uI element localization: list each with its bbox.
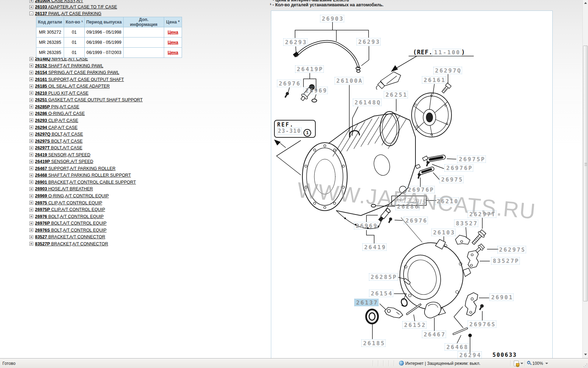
tree-item-link[interactable]: 26285P PIN,A/T CASE <box>35 104 79 109</box>
scroll-up-button[interactable] <box>583 0 588 6</box>
part-label-26161[interactable]: 26161 <box>422 76 446 84</box>
expand-icon[interactable]: + <box>29 166 33 170</box>
expand-icon[interactable]: + <box>29 208 33 212</box>
price-cell[interactable]: Цена <box>164 38 182 48</box>
tree-item-26467[interactable]: +26467 SUPPORT,A/T PARKING ROLLER <box>29 165 115 172</box>
part-label-26976[interactable]: 26976 <box>277 80 301 87</box>
part-label-26975P[interactable]: 26975P <box>457 156 486 163</box>
price-cell[interactable]: Цена <box>164 48 182 58</box>
tree-item-link[interactable]: 26297T BOLT,A/T CASE <box>35 145 82 150</box>
price-link[interactable]: Цена <box>168 50 178 55</box>
part-label-26419P[interactable]: 26419P <box>295 66 324 73</box>
part-label-26976P[interactable]: 26976P <box>444 164 473 172</box>
part-label-26137-selected[interactable]: 26137 <box>354 299 378 306</box>
tree-item-26294[interactable]: +26294 CAP,A/T CASE <box>29 124 77 131</box>
part-label-26969[interactable]: 26969 <box>354 222 378 230</box>
ref-link-11-100[interactable]: (REF.11-100) <box>413 49 465 56</box>
expand-icon[interactable]: + <box>29 5 33 9</box>
expand-icon[interactable]: + <box>29 84 33 88</box>
expand-icon[interactable]: + <box>29 201 33 205</box>
tree-item-link[interactable]: 26152 SHAFT,A/T PARKING PAWL <box>35 63 103 68</box>
expand-icon[interactable]: + <box>29 71 33 75</box>
tree-item-26103[interactable]: +26103 ADAPTER,A/T CASE TO T/F CASE <box>29 4 117 10</box>
tree-item-link[interactable]: 26293 CLIP,A/T CASE <box>35 118 78 123</box>
scrollbar-thumb[interactable] <box>583 46 588 301</box>
tree-item-link[interactable]: 26137 PAWL,A/T CASE PARKING <box>35 11 102 16</box>
tree-item-link[interactable]: 26975P CLIP,A/T CONTROL EQUIP <box>35 207 105 212</box>
expand-icon[interactable]: + <box>29 228 33 232</box>
tree-item-26419[interactable]: +26419 SENSOR,A/T SPEED <box>29 152 90 158</box>
tree-item-link[interactable]: 83527 BRACKET,A/T CONNECTOR <box>35 234 105 239</box>
tree-item-26969[interactable]: +26969 O-RING,A/T CONTROL EQUIP <box>29 193 109 199</box>
tree-item-26297T[interactable]: +26297T BOLT,A/T CASE <box>29 145 82 151</box>
part-label-83527[interactable]: 83527 <box>454 220 478 227</box>
tree-item-83527P[interactable]: +83527P BRACKET,A/T CONNECTOR <box>29 241 108 247</box>
tree-item-26976S[interactable]: +26976S BOLT,A/T CONTROL EQUIP <box>29 227 106 233</box>
ref-code[interactable]: 11-100 <box>433 49 461 56</box>
part-label-26975[interactable]: 26975 <box>439 176 463 183</box>
tree-item-26976P[interactable]: +26976P BOLT,A/T CONTROL EQUIP <box>29 220 106 226</box>
tree-item-link[interactable]: 26467 SUPPORT,A/T PARKING ROLLER <box>35 166 115 171</box>
tree-item-26976[interactable]: +26976 BOLT,A/T CONTROL EQUIP <box>29 213 104 220</box>
part-label-26901[interactable]: 26901 <box>489 294 513 301</box>
zoom-level[interactable]: 100% <box>532 361 543 366</box>
tree-item-link[interactable]: 26297Q BOLT,A/T CASE <box>35 132 83 137</box>
tree-item-26285P[interactable]: +26285P PIN,A/T CASE <box>29 104 79 110</box>
price-link[interactable]: Цена <box>168 30 178 35</box>
ref-block-23-310[interactable]: REF. 23-3101 <box>274 120 316 138</box>
expand-icon[interactable]: + <box>29 64 33 68</box>
tree-item-26161[interactable]: +26161 SUPPORT,A/T CASE OUTPUT SHAFT <box>29 76 124 83</box>
tree-item-link[interactable]: 26976P BOLT,A/T CONTROL EQUIP <box>35 221 106 226</box>
tree-item-link[interactable]: 26901 BRACKET,A/T CONTROL CABLE SUPPORT <box>35 180 136 185</box>
part-label-26468[interactable]: 26468 <box>444 343 469 351</box>
part-label-26419[interactable]: 26419 <box>362 244 386 251</box>
part-label-26293[interactable]: 26293 <box>356 38 380 46</box>
part-label-26467[interactable]: 26467 <box>422 331 446 338</box>
tree-item-83527[interactable]: +83527 BRACKET,A/T CONNECTOR <box>29 234 105 240</box>
part-label-26297S[interactable]: 26297S <box>497 246 526 253</box>
collapse-icon[interactable]: - <box>29 12 33 15</box>
expand-icon[interactable]: + <box>29 187 33 191</box>
tree-item-26293[interactable]: +26293 CLIP,A/T CASE <box>29 117 78 124</box>
zoom-icon[interactable] <box>527 361 530 364</box>
part-label-26100A[interactable]: 26100A <box>335 77 363 84</box>
protected-mode-caret-icon[interactable] <box>520 363 523 364</box>
expand-icon[interactable]: + <box>29 214 33 218</box>
expand-icon[interactable]: + <box>29 57 33 61</box>
tree-item-link[interactable]: 83527P BRACKET,A/T CONNECTOR <box>35 241 108 246</box>
tree-item-link[interactable]: 26297S BOLT,A/T CASE <box>35 139 83 144</box>
tree-item-link[interactable]: 26210 PLUG KIT,A/T CASE <box>35 91 89 96</box>
resize-grip-icon[interactable] <box>583 363 588 368</box>
part-label-26103[interactable]: 26103 <box>431 229 455 236</box>
tree-item-link[interactable]: 26419 SENSOR,A/T SPEED <box>35 152 90 157</box>
part-label-26297Q[interactable]: 26297Q <box>433 67 462 74</box>
part-label-83527P[interactable]: 83527P <box>491 257 520 265</box>
expand-icon[interactable]: + <box>29 91 33 95</box>
expand-icon[interactable]: + <box>29 146 33 150</box>
tree-item-26975P[interactable]: +26975P CLIP,A/T CONTROL EQUIP <box>29 206 105 213</box>
ref-block-code[interactable]: 23-310 <box>277 128 302 135</box>
price-link[interactable]: Цена <box>168 40 178 45</box>
expand-icon[interactable]: + <box>29 160 33 164</box>
expand-icon[interactable]: + <box>29 194 33 198</box>
tree-item-link[interactable]: 26468 SHAFT,A/T PARKING ROLLER SUPPORT <box>35 173 131 178</box>
tree-item-26137[interactable]: -26137 PAWL,A/T CASE PARKING <box>29 11 102 17</box>
part-label-26294[interactable]: 26294 <box>457 352 482 359</box>
tree-item-26210[interactable]: +26210 PLUG KIT,A/T CASE <box>29 90 89 96</box>
tree-item-26419P[interactable]: +26419P SENSOR,A/T SPEED <box>29 158 93 165</box>
expand-icon[interactable]: + <box>29 242 33 246</box>
tree-item-link[interactable]: 26976S BOLT,A/T CONTROL EQUIP <box>35 228 106 233</box>
tree-item-26468[interactable]: +26468 SHAFT,A/T PARKING ROLLER SUPPORT <box>29 172 131 178</box>
part-label-26251[interactable]: 26251 <box>384 91 408 98</box>
tree-item-26901[interactable]: +26901 BRACKET,A/T CONTROL CABLE SUPPORT <box>29 179 136 185</box>
expand-icon[interactable]: + <box>29 118 33 122</box>
part-label-26152[interactable]: 26152 <box>402 321 426 329</box>
part-label-26903[interactable]: 26903 <box>320 15 344 22</box>
tree-item-link[interactable]: 26419P SENSOR,A/T SPEED <box>35 159 93 164</box>
expand-icon[interactable]: + <box>29 222 33 225</box>
tree-item-link[interactable]: 26975 CLIP,A/T CONTROL EQUIP <box>35 200 102 205</box>
part-label-26976S[interactable]: 26976S <box>468 321 496 328</box>
tree-item-link[interactable]: 26251 GASKET,A/T CASE OUTPUT SHAFT SUPPO… <box>35 97 143 102</box>
expand-icon[interactable]: + <box>29 139 33 143</box>
tree-item-26297Q[interactable]: +26297Q BOLT,A/T CASE <box>29 131 83 137</box>
